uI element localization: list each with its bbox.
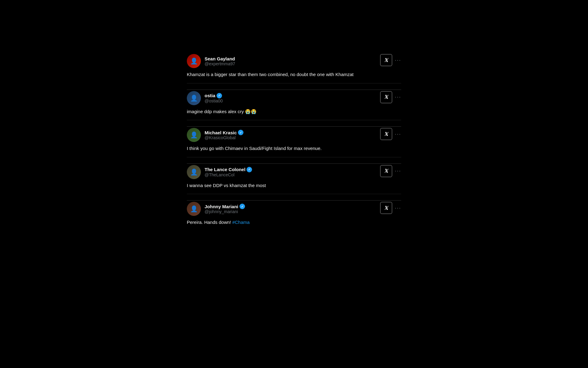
verified-badge: ✓ xyxy=(217,93,222,98)
x-share-button[interactable]: 𝕏 xyxy=(380,202,392,214)
tweet-feed: 👤 Sean Gayland @expertmma97 𝕏 ··· xyxy=(187,0,401,231)
tweet-header: 👤 The Lance Colonel ✓ @TheLanceCol 𝕏 xyxy=(187,165,401,179)
more-options-button[interactable]: ··· xyxy=(395,94,401,100)
verified-badge: ✓ xyxy=(238,130,243,135)
x-icon: 𝕏 xyxy=(384,168,388,174)
tweet-user: 👤 Sean Gayland @expertmma97 xyxy=(187,54,235,68)
display-name: ostia ✓ xyxy=(205,93,223,98)
x-share-button[interactable]: 𝕏 xyxy=(380,54,392,66)
display-name: The Lance Colonel ✓ xyxy=(205,167,252,172)
x-icon: 𝕏 xyxy=(384,131,388,137)
avatar: 👤 xyxy=(187,128,201,142)
tweet-text: imagine ddp makes alex cry 😭😭 xyxy=(187,109,257,114)
tweet-user: 👤 Michael Krasic ✓ @KrasicoGlobal xyxy=(187,128,243,142)
more-options-button[interactable]: ··· xyxy=(395,168,401,174)
tweet-content: I think you go with Chimaev in Saudi/Fig… xyxy=(187,145,401,152)
tweet-item: 👤 ostia ✓ @ostia00 𝕏 ··· xyxy=(187,83,401,121)
verified-badge: ✓ xyxy=(247,167,252,172)
user-info: The Lance Colonel ✓ @TheLanceCol xyxy=(205,167,252,177)
username: @expertmma97 xyxy=(205,61,235,66)
x-icon: 𝕏 xyxy=(384,57,388,63)
user-info: Michael Krasic ✓ @KrasicoGlobal xyxy=(205,130,243,140)
display-name: Michael Krasic ✓ xyxy=(205,130,243,135)
tweet-text: I wanna see DDP vs khamzat the most xyxy=(187,183,266,188)
username: @johnny_mariani xyxy=(205,209,245,214)
x-share-button[interactable]: 𝕏 xyxy=(380,128,392,140)
tweet-item: 👤 Johnny Mariani ✓ @johnny_mariani 𝕏 xyxy=(187,194,401,231)
more-options-button[interactable]: ··· xyxy=(395,205,401,211)
tweet-actions: 𝕏 ··· xyxy=(380,54,401,66)
tweet-user: 👤 The Lance Colonel ✓ @TheLanceCol xyxy=(187,165,252,179)
tweet-header: 👤 Johnny Mariani ✓ @johnny_mariani 𝕏 xyxy=(187,202,401,216)
x-share-button[interactable]: 𝕏 xyxy=(380,165,392,177)
tweet-text: Pereira. Hands down! xyxy=(187,220,232,225)
x-icon: 𝕏 xyxy=(384,94,388,100)
tweet-item: 👤 Sean Gayland @expertmma97 𝕏 ··· xyxy=(187,49,401,83)
verified-badge: ✓ xyxy=(239,204,245,209)
avatar-icon: 👤 xyxy=(190,131,198,139)
avatar-icon: 👤 xyxy=(190,205,198,213)
tweet-actions: 𝕏 ··· xyxy=(380,202,401,214)
tweet-user: 👤 ostia ✓ @ostia00 xyxy=(187,91,223,105)
more-options-button[interactable]: ··· xyxy=(395,131,401,137)
tweet-actions: 𝕏 ··· xyxy=(380,128,401,140)
display-name: Johnny Mariani ✓ xyxy=(205,204,245,209)
x-icon: 𝕏 xyxy=(384,205,388,211)
tweet-content: Pereira. Hands down! #Chama xyxy=(187,219,401,226)
avatar: 👤 xyxy=(187,91,201,105)
x-share-button[interactable]: 𝕏 xyxy=(380,91,392,103)
user-info: ostia ✓ @ostia00 xyxy=(205,93,223,103)
tweet-header: 👤 Sean Gayland @expertmma97 𝕏 ··· xyxy=(187,54,401,68)
tweet-user: 👤 Johnny Mariani ✓ @johnny_mariani xyxy=(187,202,245,216)
tweet-actions: 𝕏 ··· xyxy=(380,91,401,103)
username: @ostia00 xyxy=(205,98,223,103)
tweet-actions: 𝕏 ··· xyxy=(380,165,401,177)
tweet-item: 👤 The Lance Colonel ✓ @TheLanceCol 𝕏 xyxy=(187,157,401,194)
user-info: Sean Gayland @expertmma97 xyxy=(205,56,235,66)
avatar: 👤 xyxy=(187,54,201,68)
avatar: 👤 xyxy=(187,165,201,179)
username: @TheLanceCol xyxy=(205,172,252,177)
more-options-button[interactable]: ··· xyxy=(395,57,401,63)
tweet-content: I wanna see DDP vs khamzat the most xyxy=(187,182,401,189)
avatar-icon: 👤 xyxy=(190,94,198,102)
username: @KrasicoGlobal xyxy=(205,135,243,140)
tweet-text: Khamzat is a bigger star than them two c… xyxy=(187,72,353,77)
avatar-icon: 👤 xyxy=(190,57,198,65)
avatar: 👤 xyxy=(187,202,201,216)
display-name: Sean Gayland xyxy=(205,56,235,61)
tweet-header: 👤 ostia ✓ @ostia00 𝕏 ··· xyxy=(187,91,401,105)
tweet-header: 👤 Michael Krasic ✓ @KrasicoGlobal 𝕏 · xyxy=(187,128,401,142)
tweet-content: Khamzat is a bigger star than them two c… xyxy=(187,71,401,78)
tweet-text: I think you go with Chimaev in Saudi/Fig… xyxy=(187,146,322,151)
tweet-item: 👤 Michael Krasic ✓ @KrasicoGlobal 𝕏 · xyxy=(187,120,401,157)
tweet-content: imagine ddp makes alex cry 😭😭 xyxy=(187,108,401,115)
user-info: Johnny Mariani ✓ @johnny_mariani xyxy=(205,204,245,214)
hashtag[interactable]: #Chama xyxy=(232,220,250,225)
avatar-icon: 👤 xyxy=(190,168,198,176)
